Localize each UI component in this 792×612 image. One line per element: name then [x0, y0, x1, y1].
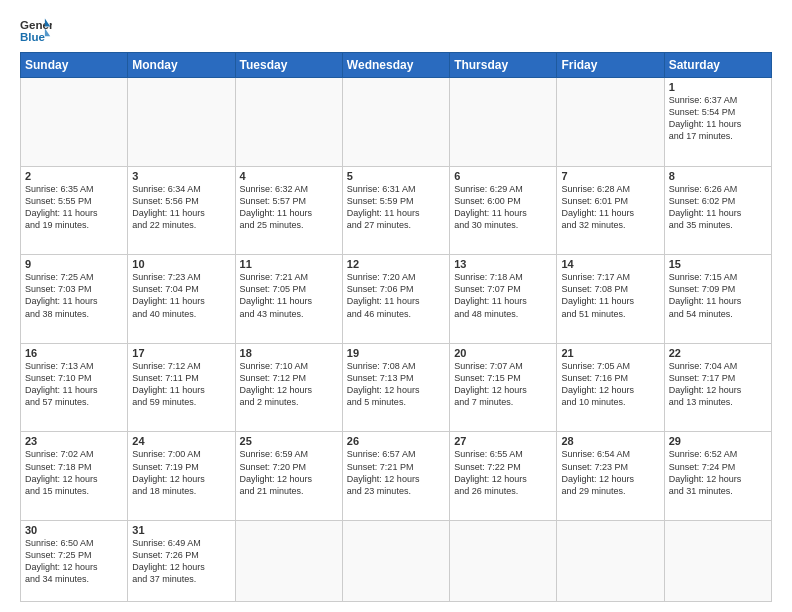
calendar-cell	[342, 520, 449, 601]
day-number: 4	[240, 170, 338, 182]
day-number: 26	[347, 435, 445, 447]
calendar-cell	[450, 520, 557, 601]
day-info: Sunrise: 7:05 AM Sunset: 7:16 PM Dayligh…	[561, 360, 659, 409]
logo: GeneralBlue	[20, 16, 52, 44]
day-number: 29	[669, 435, 767, 447]
calendar-cell: 15Sunrise: 7:15 AM Sunset: 7:09 PM Dayli…	[664, 255, 771, 344]
day-info: Sunrise: 7:00 AM Sunset: 7:19 PM Dayligh…	[132, 448, 230, 497]
weekday-header-saturday: Saturday	[664, 53, 771, 78]
day-info: Sunrise: 6:35 AM Sunset: 5:55 PM Dayligh…	[25, 183, 123, 232]
calendar-cell: 21Sunrise: 7:05 AM Sunset: 7:16 PM Dayli…	[557, 343, 664, 432]
day-info: Sunrise: 7:21 AM Sunset: 7:05 PM Dayligh…	[240, 271, 338, 320]
day-info: Sunrise: 7:04 AM Sunset: 7:17 PM Dayligh…	[669, 360, 767, 409]
calendar-cell: 27Sunrise: 6:55 AM Sunset: 7:22 PM Dayli…	[450, 432, 557, 521]
calendar-cell: 9Sunrise: 7:25 AM Sunset: 7:03 PM Daylig…	[21, 255, 128, 344]
calendar-cell: 19Sunrise: 7:08 AM Sunset: 7:13 PM Dayli…	[342, 343, 449, 432]
day-info: Sunrise: 7:18 AM Sunset: 7:07 PM Dayligh…	[454, 271, 552, 320]
day-number: 30	[25, 524, 123, 536]
day-number: 27	[454, 435, 552, 447]
calendar-cell: 16Sunrise: 7:13 AM Sunset: 7:10 PM Dayli…	[21, 343, 128, 432]
weekday-header-sunday: Sunday	[21, 53, 128, 78]
calendar-cell: 10Sunrise: 7:23 AM Sunset: 7:04 PM Dayli…	[128, 255, 235, 344]
day-info: Sunrise: 7:10 AM Sunset: 7:12 PM Dayligh…	[240, 360, 338, 409]
calendar-cell: 29Sunrise: 6:52 AM Sunset: 7:24 PM Dayli…	[664, 432, 771, 521]
calendar-cell: 26Sunrise: 6:57 AM Sunset: 7:21 PM Dayli…	[342, 432, 449, 521]
calendar-cell: 14Sunrise: 7:17 AM Sunset: 7:08 PM Dayli…	[557, 255, 664, 344]
day-info: Sunrise: 6:26 AM Sunset: 6:02 PM Dayligh…	[669, 183, 767, 232]
day-info: Sunrise: 6:29 AM Sunset: 6:00 PM Dayligh…	[454, 183, 552, 232]
day-number: 5	[347, 170, 445, 182]
weekday-header-friday: Friday	[557, 53, 664, 78]
calendar-cell	[235, 78, 342, 167]
day-info: Sunrise: 7:08 AM Sunset: 7:13 PM Dayligh…	[347, 360, 445, 409]
day-number: 2	[25, 170, 123, 182]
day-info: Sunrise: 7:07 AM Sunset: 7:15 PM Dayligh…	[454, 360, 552, 409]
week-row-5: 23Sunrise: 7:02 AM Sunset: 7:18 PM Dayli…	[21, 432, 772, 521]
day-number: 10	[132, 258, 230, 270]
calendar-cell: 5Sunrise: 6:31 AM Sunset: 5:59 PM Daylig…	[342, 166, 449, 255]
day-info: Sunrise: 7:25 AM Sunset: 7:03 PM Dayligh…	[25, 271, 123, 320]
calendar-cell	[557, 520, 664, 601]
day-info: Sunrise: 7:23 AM Sunset: 7:04 PM Dayligh…	[132, 271, 230, 320]
weekday-header-row: SundayMondayTuesdayWednesdayThursdayFrid…	[21, 53, 772, 78]
week-row-2: 2Sunrise: 6:35 AM Sunset: 5:55 PM Daylig…	[21, 166, 772, 255]
calendar-cell: 24Sunrise: 7:00 AM Sunset: 7:19 PM Dayli…	[128, 432, 235, 521]
calendar-cell	[664, 520, 771, 601]
calendar-cell: 30Sunrise: 6:50 AM Sunset: 7:25 PM Dayli…	[21, 520, 128, 601]
calendar-cell: 6Sunrise: 6:29 AM Sunset: 6:00 PM Daylig…	[450, 166, 557, 255]
day-number: 22	[669, 347, 767, 359]
calendar-cell: 12Sunrise: 7:20 AM Sunset: 7:06 PM Dayli…	[342, 255, 449, 344]
day-number: 20	[454, 347, 552, 359]
day-info: Sunrise: 6:57 AM Sunset: 7:21 PM Dayligh…	[347, 448, 445, 497]
day-number: 6	[454, 170, 552, 182]
day-info: Sunrise: 6:37 AM Sunset: 5:54 PM Dayligh…	[669, 94, 767, 143]
calendar-cell: 13Sunrise: 7:18 AM Sunset: 7:07 PM Dayli…	[450, 255, 557, 344]
calendar-cell: 23Sunrise: 7:02 AM Sunset: 7:18 PM Dayli…	[21, 432, 128, 521]
day-info: Sunrise: 6:32 AM Sunset: 5:57 PM Dayligh…	[240, 183, 338, 232]
day-info: Sunrise: 7:13 AM Sunset: 7:10 PM Dayligh…	[25, 360, 123, 409]
day-number: 16	[25, 347, 123, 359]
calendar-cell: 1Sunrise: 6:37 AM Sunset: 5:54 PM Daylig…	[664, 78, 771, 167]
day-number: 9	[25, 258, 123, 270]
calendar-cell	[450, 78, 557, 167]
day-number: 12	[347, 258, 445, 270]
day-number: 21	[561, 347, 659, 359]
day-info: Sunrise: 6:28 AM Sunset: 6:01 PM Dayligh…	[561, 183, 659, 232]
day-info: Sunrise: 6:49 AM Sunset: 7:26 PM Dayligh…	[132, 537, 230, 586]
calendar-cell	[128, 78, 235, 167]
calendar-cell: 17Sunrise: 7:12 AM Sunset: 7:11 PM Dayli…	[128, 343, 235, 432]
svg-text:Blue: Blue	[20, 31, 46, 43]
calendar-cell	[235, 520, 342, 601]
weekday-header-wednesday: Wednesday	[342, 53, 449, 78]
day-info: Sunrise: 7:17 AM Sunset: 7:08 PM Dayligh…	[561, 271, 659, 320]
day-info: Sunrise: 6:59 AM Sunset: 7:20 PM Dayligh…	[240, 448, 338, 497]
calendar-cell: 25Sunrise: 6:59 AM Sunset: 7:20 PM Dayli…	[235, 432, 342, 521]
calendar-cell	[21, 78, 128, 167]
day-number: 1	[669, 81, 767, 93]
day-number: 28	[561, 435, 659, 447]
day-number: 3	[132, 170, 230, 182]
day-info: Sunrise: 7:20 AM Sunset: 7:06 PM Dayligh…	[347, 271, 445, 320]
weekday-header-thursday: Thursday	[450, 53, 557, 78]
day-number: 17	[132, 347, 230, 359]
day-number: 8	[669, 170, 767, 182]
day-info: Sunrise: 7:02 AM Sunset: 7:18 PM Dayligh…	[25, 448, 123, 497]
day-number: 18	[240, 347, 338, 359]
week-row-1: 1Sunrise: 6:37 AM Sunset: 5:54 PM Daylig…	[21, 78, 772, 167]
day-number: 11	[240, 258, 338, 270]
header: GeneralBlue	[20, 16, 772, 44]
calendar-cell: 2Sunrise: 6:35 AM Sunset: 5:55 PM Daylig…	[21, 166, 128, 255]
week-row-4: 16Sunrise: 7:13 AM Sunset: 7:10 PM Dayli…	[21, 343, 772, 432]
page: GeneralBlue SundayMondayTuesdayWednesday…	[0, 0, 792, 612]
day-info: Sunrise: 6:54 AM Sunset: 7:23 PM Dayligh…	[561, 448, 659, 497]
calendar-cell: 31Sunrise: 6:49 AM Sunset: 7:26 PM Dayli…	[128, 520, 235, 601]
day-number: 31	[132, 524, 230, 536]
calendar-cell: 18Sunrise: 7:10 AM Sunset: 7:12 PM Dayli…	[235, 343, 342, 432]
day-number: 15	[669, 258, 767, 270]
calendar-cell	[342, 78, 449, 167]
calendar-cell: 3Sunrise: 6:34 AM Sunset: 5:56 PM Daylig…	[128, 166, 235, 255]
generalblue-logo-icon: GeneralBlue	[20, 16, 52, 44]
calendar-cell: 8Sunrise: 6:26 AM Sunset: 6:02 PM Daylig…	[664, 166, 771, 255]
day-number: 23	[25, 435, 123, 447]
week-row-3: 9Sunrise: 7:25 AM Sunset: 7:03 PM Daylig…	[21, 255, 772, 344]
